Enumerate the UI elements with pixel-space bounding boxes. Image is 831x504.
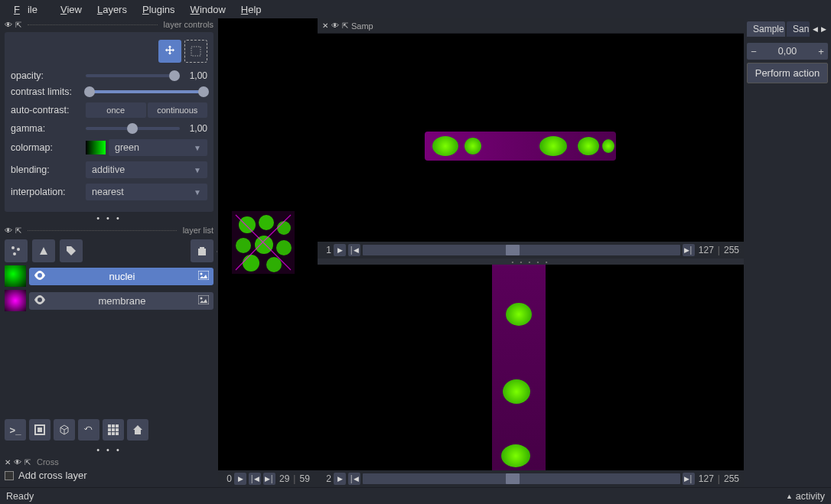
gamma-slider[interactable] — [86, 127, 180, 130]
layer-row-membrane[interactable]: membrane — [5, 290, 213, 311]
step-back-button[interactable]: │◀ — [348, 473, 360, 485]
svg-rect-15 — [112, 428, 115, 431]
tab-sample1[interactable]: Sample 1 — [747, 21, 785, 37]
svg-point-1 — [11, 246, 15, 249]
eye-icon[interactable] — [34, 271, 46, 282]
splitter-handle[interactable]: • • • — [0, 212, 218, 224]
slider-pos: 127 — [699, 245, 714, 255]
dock-float-icon[interactable]: ⇱ — [15, 21, 21, 29]
colormap-swatch[interactable] — [86, 141, 106, 154]
mid-canvas[interactable] — [218, 18, 318, 470]
svg-point-3 — [13, 252, 16, 255]
activity-toggle[interactable]: ▲ activity — [786, 491, 825, 502]
tab-scroll-right-icon[interactable]: ▶ — [820, 25, 828, 33]
play-button[interactable]: ▶ — [234, 473, 246, 485]
roll-dims-button[interactable] — [54, 419, 75, 441]
blending-select[interactable]: additive▼ — [86, 161, 207, 178]
home-button[interactable] — [127, 419, 148, 441]
tab-sample2[interactable]: San — [787, 21, 810, 37]
dock-header-layer-list: 👁 ⇱ layer list — [0, 224, 218, 236]
top-viewer-tabbar: ✕ 👁 ⇱ Samp — [318, 18, 744, 34]
bottom-canvas[interactable] — [318, 265, 744, 470]
dock-hide-icon[interactable]: 👁 — [5, 21, 12, 29]
transform-icon — [189, 44, 203, 58]
delete-layer-button[interactable] — [191, 239, 213, 262]
interpolation-select[interactable]: nearest▼ — [86, 184, 207, 200]
checkbox-icon[interactable] — [5, 471, 14, 480]
colormap-select[interactable]: green▼ — [109, 139, 207, 156]
menu-plugins[interactable]: Plugins — [135, 2, 183, 17]
play-button[interactable]: ▶ — [334, 473, 346, 485]
add-cross-checkbox-row[interactable]: Add cross layer — [5, 467, 213, 484]
layer-name: membrane — [51, 295, 194, 307]
dock-float-icon[interactable]: ⇱ — [24, 458, 31, 467]
top-slider-track[interactable] — [363, 245, 680, 255]
svg-rect-16 — [116, 428, 119, 431]
new-points-button[interactable] — [5, 239, 28, 262]
add-cross-label: Add cross layer — [18, 470, 87, 481]
console-button[interactable]: >_ — [5, 419, 26, 441]
ndisplay-button[interactable] — [29, 419, 51, 441]
top-slider-bar: 1 ▶ │◀ ▶│ 127 | 255 — [318, 242, 744, 259]
menu-view[interactable]: View — [53, 2, 90, 17]
menu-layers[interactable]: Layers — [90, 2, 135, 17]
layer-name: nuclei — [51, 271, 194, 282]
transform-button[interactable] — [184, 40, 207, 63]
dock-title-layer-list: layer list — [183, 226, 213, 235]
spin-increment-button[interactable]: + — [814, 43, 828, 60]
step-back-button[interactable]: │◀ — [249, 473, 261, 485]
close-icon[interactable]: ✕ — [322, 21, 328, 30]
svg-rect-13 — [116, 424, 119, 428]
step-fwd-button[interactable]: ▶│ — [683, 244, 695, 256]
autocontrast-label: auto-contrast: — [11, 105, 81, 115]
step-fwd-button[interactable]: ▶│ — [263, 473, 275, 485]
slider-pos: 127 — [699, 473, 714, 484]
transpose-button[interactable] — [78, 419, 99, 441]
move-arrows-icon — [163, 44, 177, 58]
svg-rect-5 — [198, 271, 209, 280]
perform-action-button[interactable]: Perform action — [747, 63, 828, 83]
splitter-handle[interactable]: • • • • • — [318, 259, 744, 265]
autocontrast-once-button[interactable]: once — [86, 102, 146, 118]
step-back-button[interactable]: │◀ — [348, 244, 360, 256]
opacity-slider[interactable] — [86, 74, 180, 77]
new-labels-button[interactable] — [60, 239, 83, 262]
top-canvas[interactable] — [318, 34, 744, 242]
left-panel: 👁 ⇱ layer controls opacity: 1,00 contras… — [0, 18, 218, 487]
eye-icon[interactable] — [34, 295, 46, 307]
slider-max: 255 — [724, 473, 739, 484]
home-icon — [132, 424, 144, 436]
axis-label: 0 — [221, 473, 232, 484]
spin-decrement-button[interactable]: − — [747, 43, 761, 60]
dock-title-layer-controls: layer controls — [164, 20, 213, 29]
dock-float-icon[interactable]: ⇱ — [15, 226, 21, 235]
top-image — [425, 132, 616, 161]
value-spinbox[interactable]: − 0,00 + — [747, 43, 828, 60]
dock-hide-icon[interactable]: 👁 — [14, 458, 21, 467]
play-button[interactable]: ▶ — [334, 244, 346, 256]
right-panel-tabs: Sample 1 San ◀ ▶ — [747, 21, 828, 37]
contrast-slider[interactable] — [86, 90, 207, 93]
pan-zoom-button[interactable] — [158, 40, 181, 63]
tab-scroll-left-icon[interactable]: ◀ — [811, 25, 820, 33]
dock-header-layer-controls: 👁 ⇱ layer controls — [0, 18, 218, 31]
viewer-tab-label[interactable]: Samp — [351, 21, 373, 31]
spin-value[interactable]: 0,00 — [761, 46, 814, 57]
dock-hide-icon[interactable]: 👁 — [5, 226, 12, 235]
layer-row-nuclei[interactable]: nuclei — [5, 265, 213, 287]
splitter-handle[interactable]: • • • — [0, 444, 218, 456]
step-fwd-button[interactable]: ▶│ — [683, 473, 695, 485]
bot-slider-track[interactable] — [363, 473, 680, 484]
menu-file[interactable]: File — [6, 2, 53, 17]
dock-float-icon[interactable]: ⇱ — [342, 21, 348, 30]
new-shapes-button[interactable] — [32, 239, 55, 262]
grid-button[interactable] — [103, 419, 124, 441]
menu-bar: File View Layers Plugins Window Help — [0, 0, 831, 18]
autocontrast-continuous-button[interactable]: continuous — [148, 102, 208, 118]
close-icon[interactable]: ✕ — [5, 458, 11, 467]
menu-help[interactable]: Help — [233, 2, 269, 17]
dock-hide-icon[interactable]: 👁 — [331, 21, 339, 30]
chevron-up-icon: ▲ — [786, 493, 793, 500]
menu-window[interactable]: Window — [183, 2, 233, 17]
svg-point-6 — [200, 272, 203, 275]
